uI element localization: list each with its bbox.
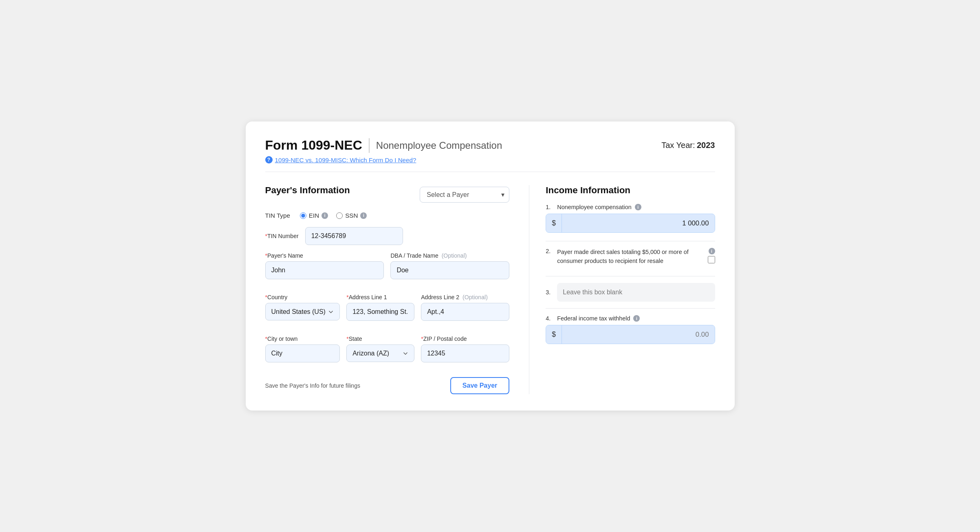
form-title: Form 1099-NEC (265, 138, 362, 153)
dba-label-text: DBA / Trade Name (390, 252, 438, 259)
tin-ein-radio[interactable] (300, 212, 306, 219)
form-card: Form 1099-NEC Nonemployee Compensation T… (246, 121, 735, 411)
tax-year-label: Tax Year: (661, 141, 695, 150)
tin-ssn-radio[interactable] (336, 212, 343, 219)
field4-dollar-sign: $ (546, 325, 562, 344)
payer-header: Payer's Information Select a Payer ▾ (265, 185, 510, 204)
city-input[interactable] (265, 344, 340, 362)
income-field-2: 2. Payer made direct sales totaling $5,0… (546, 248, 715, 269)
ein-info-icon[interactable]: i (322, 212, 328, 219)
income-field-1: 1. Nonemployee compensation i $ (546, 204, 715, 233)
tin-radio-group: EIN i SSN i (300, 212, 367, 219)
payer-name-label-text: Payer's Name (267, 252, 303, 259)
tin-number-row: *TIN Number (265, 227, 510, 245)
address2-field: Address Line 2 (Optional) (421, 294, 509, 321)
field1-dollar-wrap: $ (546, 214, 715, 233)
income-field-2-label: Payer made direct sales totaling $5,000 … (557, 248, 704, 265)
address-row1: *Country United States (US) Canada Mexic… (265, 294, 510, 328)
address2-label: Address Line 2 (Optional) (421, 294, 509, 300)
income-field-4-num: 4. (546, 315, 554, 322)
field4-dollar-wrap: $ (546, 325, 715, 344)
income-field-1-label: Nonemployee compensation (557, 204, 631, 210)
dba-field: DBA / Trade Name (Optional) (390, 252, 509, 279)
tin-type-label: TIN Type (265, 212, 290, 219)
dba-optional-text: (Optional) (442, 252, 467, 259)
income-divider-2 (546, 276, 715, 276)
zip-label-text: ZIP / Postal code (423, 336, 467, 342)
field4-info-icon[interactable]: i (633, 315, 640, 322)
payer-name-input[interactable] (265, 261, 384, 279)
state-field: *State Alabama (AL) Alaska (AK) Arizona … (346, 336, 414, 362)
address1-label-text: Address Line 1 (349, 294, 387, 300)
address2-optional-text: (Optional) (462, 294, 488, 300)
payer-name-label: *Payer's Name (265, 252, 384, 259)
form-subtitle: Nonemployee Compensation (376, 140, 502, 151)
dba-input[interactable] (390, 261, 509, 279)
state-label: *State (346, 336, 414, 342)
ssn-info-icon[interactable]: i (360, 212, 367, 219)
income-field-1-num: 1. (546, 204, 554, 210)
country-label: *Country (265, 294, 340, 300)
income-field-4-label: Federal income tax withheld (557, 315, 630, 322)
income-divider-3 (546, 308, 715, 309)
income-divider-1 (546, 241, 715, 241)
tin-ssn-label: SSN (345, 212, 358, 219)
payer-section: Payer's Information Select a Payer ▾ TIN… (265, 185, 510, 394)
field2-checkbox[interactable] (708, 256, 715, 263)
save-payer-text: Save the Payer's Info for future filings (265, 382, 361, 389)
field4-amount-input[interactable] (562, 326, 714, 344)
tin-number-label-text: TIN Number (267, 233, 299, 239)
state-select[interactable]: Alabama (AL) Alaska (AK) Arizona (AZ) Ar… (346, 344, 414, 362)
income-section-title: Income Information (546, 185, 715, 196)
page-header: Form 1099-NEC Nonemployee Compensation T… (265, 138, 715, 153)
address2-input[interactable] (421, 303, 509, 321)
dba-label: DBA / Trade Name (Optional) (390, 252, 509, 259)
zip-input[interactable] (421, 344, 509, 362)
payer-name-field: *Payer's Name (265, 252, 384, 279)
address1-field: *Address Line 1 (346, 294, 414, 321)
income-field-3-num: 3. (546, 289, 554, 296)
help-link-text: 1099-NEC vs. 1099-MISC: Which Form Do I … (275, 157, 416, 163)
save-payer-button[interactable]: Save Payer (450, 377, 509, 394)
name-dba-row: *Payer's Name DBA / Trade Name (Optional… (265, 252, 510, 287)
select-payer-wrapper: Select a Payer ▾ (420, 187, 509, 203)
address1-label: *Address Line 1 (346, 294, 414, 300)
payer-section-title: Payer's Information (265, 185, 350, 196)
field2-info-icon[interactable]: i (709, 248, 715, 254)
tin-number-label: *TIN Number (265, 233, 299, 239)
tax-year-value: 2023 (697, 141, 715, 150)
header-divider-line (265, 172, 715, 172)
tin-ein-option[interactable]: EIN i (300, 212, 328, 219)
field1-info-icon[interactable]: i (635, 204, 641, 210)
tin-number-input[interactable] (305, 227, 403, 245)
income-field-2-num: 2. (546, 248, 554, 254)
tin-ein-label: EIN (309, 212, 319, 219)
country-label-text: Country (267, 294, 287, 300)
city-label-text: City or town (267, 336, 297, 342)
tin-ssn-option[interactable]: SSN i (336, 212, 367, 219)
state-label-text: State (349, 336, 362, 342)
income-field-3: 3. (546, 283, 715, 302)
address-row2: *City or town *State Alabama (AL) Alaska… (265, 336, 510, 370)
field1-amount-input[interactable] (562, 214, 714, 232)
address1-input[interactable] (346, 303, 414, 321)
country-field: *Country United States (US) Canada Mexic… (265, 294, 340, 321)
city-label: *City or town (265, 336, 340, 342)
zip-field: *ZIP / Postal code (421, 336, 509, 362)
select-payer-dropdown[interactable]: Select a Payer (420, 187, 509, 203)
field3-input[interactable] (557, 283, 715, 302)
main-layout: Payer's Information Select a Payer ▾ TIN… (265, 185, 715, 394)
tin-type-row: TIN Type EIN i SSN i (265, 212, 510, 219)
save-payer-row: Save the Payer's Info for future filings… (265, 377, 510, 394)
field1-dollar-sign: $ (546, 214, 562, 232)
header-divider (369, 138, 370, 153)
income-field-4: 4. Federal income tax withheld i $ (546, 315, 715, 344)
header-left: Form 1099-NEC Nonemployee Compensation (265, 138, 502, 153)
zip-label: *ZIP / Postal code (421, 336, 509, 342)
income-section: Income Information 1. Nonemployee compen… (529, 185, 715, 394)
help-link[interactable]: ? 1099-NEC vs. 1099-MISC: Which Form Do … (265, 156, 715, 163)
tax-year: Tax Year: 2023 (661, 141, 715, 150)
question-icon: ? (265, 156, 273, 163)
address2-label-text: Address Line 2 (421, 294, 459, 300)
country-select[interactable]: United States (US) Canada Mexico United … (265, 303, 340, 320)
